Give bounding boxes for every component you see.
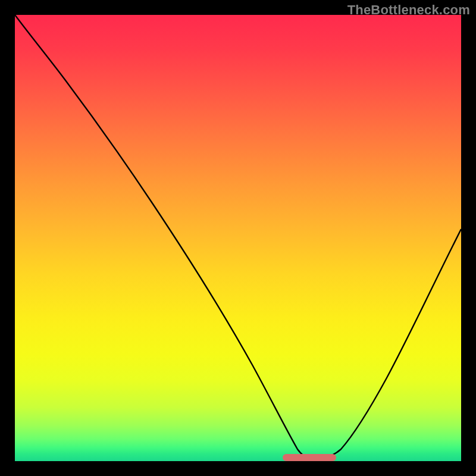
chart-frame: TheBottleneck.com	[0, 0, 476, 476]
plot-area	[15, 15, 461, 461]
optimal-range-marker	[283, 454, 336, 461]
bottleneck-curve	[15, 15, 461, 461]
watermark-text: TheBottleneck.com	[347, 2, 470, 18]
curve-path	[15, 15, 461, 459]
